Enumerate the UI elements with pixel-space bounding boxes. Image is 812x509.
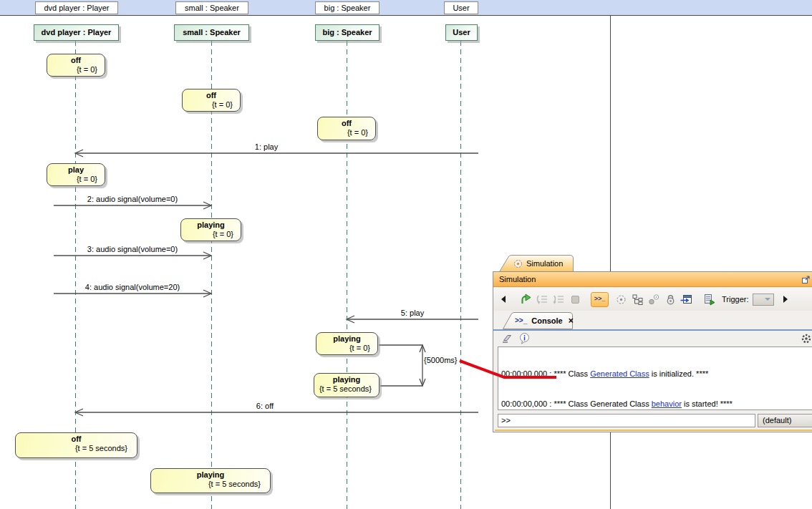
state-box-play-dvd[interactable]: play {t = 0} [47, 163, 105, 186]
console-icon: >>_ [515, 316, 527, 324]
message-label-1[interactable]: 1: play [223, 142, 309, 151]
lifeline-head-dvd-player[interactable]: dvd player : Player [34, 24, 119, 41]
lifeline-head-big-speaker[interactable]: big : Speaker [315, 24, 380, 41]
tab-simulation-label: Simulation [526, 259, 563, 268]
trigger-select[interactable] [753, 294, 774, 306]
info-button[interactable] [518, 332, 531, 344]
simulation-panel-body: Simulation [493, 271, 812, 432]
tab-simulation[interactable]: Simulation [499, 255, 574, 272]
message-label-2[interactable]: 2: audio signal(volume=0) [54, 195, 211, 203]
message-label-3[interactable]: 3: audio signal(volume=0) [54, 245, 211, 253]
console-toggle-button[interactable]: >>_ [591, 292, 609, 307]
lock-button[interactable] [664, 293, 677, 306]
log-link[interactable]: Generated Class [590, 369, 649, 378]
open-ui-icon [680, 294, 693, 306]
console-toolbar [493, 331, 812, 346]
step-into-button[interactable] [536, 293, 548, 306]
open-ui-button[interactable] [680, 293, 693, 306]
state-box-off-dvd-5s[interactable]: off {t = 5 seconds} [15, 432, 137, 458]
close-console-tab-icon[interactable]: × [569, 316, 574, 326]
console-log[interactable]: 00:00:00,000 : **** Class Generated Clas… [498, 346, 812, 410]
run-button[interactable] [519, 293, 532, 306]
animation-options-icon [615, 294, 627, 306]
info-icon [518, 332, 531, 344]
run-icon [520, 294, 532, 306]
console-input[interactable]: >> [498, 414, 755, 427]
export-trigger-button[interactable] [702, 293, 715, 306]
simulation-title: Simulation [499, 275, 536, 283]
breakpoints-icon [648, 294, 660, 306]
duration-constraint-label[interactable]: {5000ms} [424, 356, 457, 364]
containment-tree-button[interactable] [631, 293, 644, 306]
duration-constraint-arrow[interactable] [379, 345, 425, 386]
tab-console[interactable]: >>_ Console × [503, 312, 573, 329]
animation-options-button[interactable] [614, 293, 627, 306]
eraser-icon [501, 334, 513, 344]
step-into-icon [536, 294, 548, 306]
state-box-off-big[interactable]: off {t = 0} [317, 117, 376, 140]
simulation-titlebar: Simulation [493, 272, 812, 287]
simulation-toolbar: >>_ [493, 288, 812, 311]
containment-tree-icon [632, 294, 644, 306]
state-box-playing-big[interactable]: playing {t = 0} [316, 332, 378, 355]
float-panel-icon[interactable] [801, 275, 811, 284]
message-label-4[interactable]: 4: audio signal(volume=20) [54, 283, 211, 291]
panel-focus-line [495, 430, 812, 431]
lifeline-head-user[interactable]: User [445, 24, 478, 41]
lifeline-head-small-speaker[interactable]: small : Speaker [174, 24, 249, 41]
step-over-icon [553, 294, 565, 306]
log-link[interactable]: behavior [652, 399, 682, 408]
console-settings-button[interactable] [800, 332, 812, 344]
terminate-button[interactable] [569, 293, 581, 306]
toolbar-overflow-right-icon[interactable] [779, 293, 792, 306]
application-window: dvd player : Player small : Speaker big … [0, 0, 812, 509]
simulation-panel: Simulation Simulation [493, 255, 812, 432]
tab-console-label: Console [531, 316, 562, 325]
state-box-off-dvd[interactable]: off {t = 0} [47, 54, 105, 77]
state-box-off-small[interactable]: off {t = 0} [182, 89, 241, 112]
state-box-playing-small[interactable]: playing {t = 0} [180, 218, 241, 241]
simulation-icon [513, 259, 523, 268]
breakpoints-button[interactable] [647, 293, 660, 306]
clear-console-button[interactable] [501, 332, 513, 344]
state-box-playing-small-5s[interactable]: playing {t = 5 seconds} [150, 468, 271, 493]
lock-icon [664, 294, 677, 306]
message-label-5[interactable]: 5: play [369, 309, 455, 317]
stop-icon [569, 294, 581, 306]
step-over-button[interactable] [552, 293, 565, 306]
console-log-line: 00:00:00,000 : **** Class Generated Clas… [501, 399, 809, 409]
toolbar-overflow-left-icon[interactable] [497, 293, 510, 306]
gear-icon [801, 333, 812, 344]
export-trigger-icon [702, 294, 715, 306]
message-label-6[interactable]: 6: off [222, 402, 308, 410]
console-tab-row: >>_ Console × [493, 311, 812, 329]
console-profile-select[interactable]: (default) [758, 414, 812, 427]
console-log-line: 00:00:00,000 : **** Class Generated Clas… [501, 369, 809, 379]
state-box-playing-big-5s[interactable]: playing {t = 5 seconds} [314, 373, 380, 397]
trigger-label: Trigger: [722, 295, 749, 304]
chevron-down-icon [765, 298, 770, 301]
